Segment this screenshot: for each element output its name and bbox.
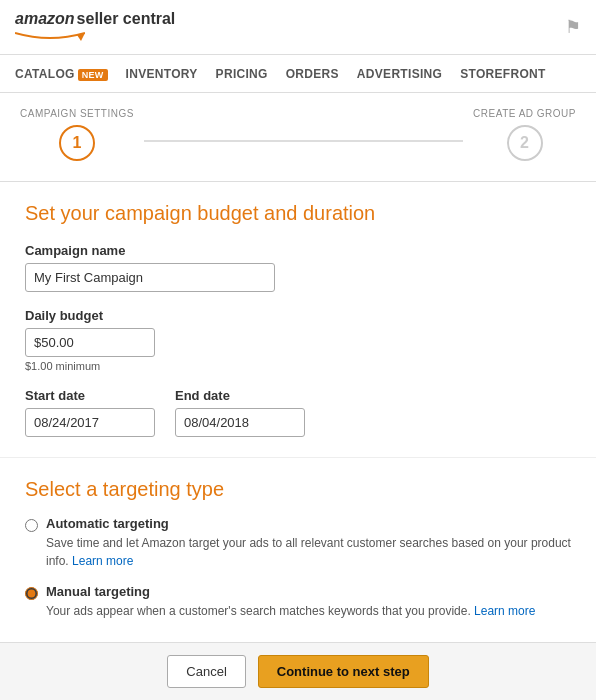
nav-orders[interactable]: ORDERS xyxy=(286,57,339,91)
end-date-input[interactable] xyxy=(175,408,305,437)
targeting-title: Select a targeting type xyxy=(25,478,571,501)
campaign-form: Set your campaign budget and duration Ca… xyxy=(0,182,596,458)
navigation: CATALOGNEW INVENTORY PRICING ORDERS ADVE… xyxy=(0,55,596,93)
nav-advertising[interactable]: ADVERTISING xyxy=(357,57,442,91)
end-date-label: End date xyxy=(175,388,305,403)
daily-budget-label: Daily budget xyxy=(25,308,571,323)
step-connector xyxy=(144,140,463,142)
catalog-badge: NEW xyxy=(78,69,108,81)
logo-smile xyxy=(15,29,85,44)
logo: amazonseller central xyxy=(15,10,175,44)
step1-label: CAMPAIGN SETTINGS xyxy=(20,108,134,119)
auto-learn-link[interactable]: Learn more xyxy=(72,554,133,568)
step1-circle: 1 xyxy=(59,125,95,161)
auto-targeting-title: Automatic targeting xyxy=(46,516,571,531)
cancel-button[interactable]: Cancel xyxy=(167,655,245,688)
logo-sellercentral-text: seller central xyxy=(77,10,176,28)
start-date-group: Start date xyxy=(25,388,155,437)
step2-label: CREATE AD GROUP xyxy=(473,108,576,119)
logo-amazon-text: amazon xyxy=(15,10,75,28)
budget-hint: $1.00 minimum xyxy=(25,360,571,372)
footer: Cancel Continue to next step xyxy=(0,642,596,700)
auto-targeting-option: Automatic targeting Save time and let Am… xyxy=(25,516,571,570)
date-row: Start date End date xyxy=(25,388,571,437)
targeting-section: Select a targeting type Automatic target… xyxy=(0,458,596,654)
manual-targeting-radio[interactable] xyxy=(25,587,38,600)
step-1: CAMPAIGN SETTINGS 1 xyxy=(20,108,134,161)
manual-targeting-desc: Your ads appear when a customer's search… xyxy=(46,602,535,620)
start-date-label: Start date xyxy=(25,388,155,403)
continue-button[interactable]: Continue to next step xyxy=(258,655,429,688)
daily-budget-group: Daily budget $1.00 minimum xyxy=(25,308,571,372)
step2-circle: 2 xyxy=(507,125,543,161)
daily-budget-input[interactable] xyxy=(25,328,155,357)
manual-learn-link[interactable]: Learn more xyxy=(474,604,535,618)
step-2: CREATE AD GROUP 2 xyxy=(473,108,576,161)
campaign-name-group: Campaign name xyxy=(25,243,571,292)
auto-targeting-content: Automatic targeting Save time and let Am… xyxy=(46,516,571,570)
auto-targeting-radio[interactable] xyxy=(25,519,38,532)
start-date-input[interactable] xyxy=(25,408,155,437)
end-date-group: End date xyxy=(175,388,305,437)
nav-catalog[interactable]: CATALOGNEW xyxy=(15,57,108,91)
nav-pricing[interactable]: PRICING xyxy=(216,57,268,91)
header: amazonseller central ⚑ xyxy=(0,0,596,55)
progress-steps: CAMPAIGN SETTINGS 1 CREATE AD GROUP 2 xyxy=(0,93,596,182)
campaign-section-title: Set your campaign budget and duration xyxy=(25,202,571,225)
auto-targeting-desc: Save time and let Amazon target your ads… xyxy=(46,534,571,570)
campaign-name-label: Campaign name xyxy=(25,243,571,258)
manual-targeting-option: Manual targeting Your ads appear when a … xyxy=(25,584,571,620)
manual-targeting-content: Manual targeting Your ads appear when a … xyxy=(46,584,535,620)
nav-inventory[interactable]: INVENTORY xyxy=(126,57,198,91)
nav-storefront[interactable]: STOREFRONT xyxy=(460,57,545,91)
manual-targeting-title: Manual targeting xyxy=(46,584,535,599)
campaign-name-input[interactable] xyxy=(25,263,275,292)
flag-icon[interactable]: ⚑ xyxy=(565,16,581,38)
